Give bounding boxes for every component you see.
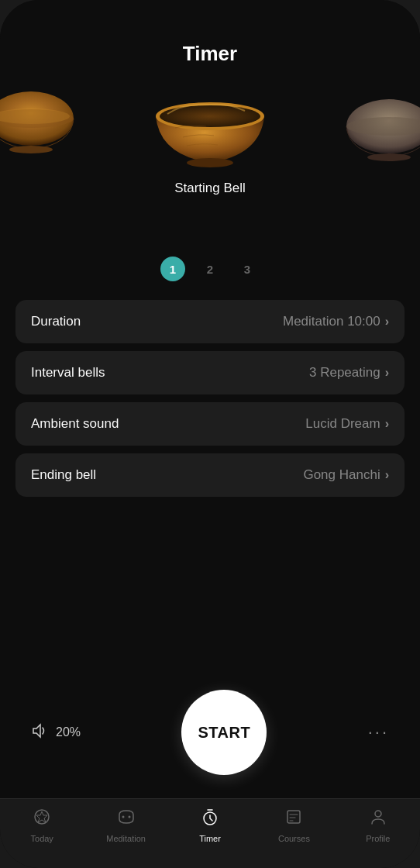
- bowl-center[interactable]: Starting Bell: [144, 81, 276, 196]
- setting-ending-bell-value: Gong Hanchi: [303, 467, 380, 483]
- tab-courses[interactable]: Courses: [252, 808, 336, 843]
- volume-label: 20%: [56, 725, 81, 739]
- volume-control[interactable]: 20%: [31, 723, 81, 742]
- tab-timer[interactable]: Timer: [168, 808, 252, 843]
- bowl-center-label: Starting Bell: [174, 181, 246, 196]
- status-bar: [0, 0, 420, 34]
- setting-ending-bell-label: Ending bell: [31, 467, 96, 483]
- bowl-center-svg: [144, 81, 276, 174]
- tab-today-label: Today: [31, 834, 53, 843]
- setting-ending-bell[interactable]: Ending bell Gong Hanchi ›: [15, 453, 405, 497]
- courses-icon: [284, 808, 303, 830]
- tab-meditation-label: Meditation: [106, 834, 146, 843]
- tab-profile[interactable]: Profile: [336, 808, 420, 843]
- setting-interval-label: Interval bells: [31, 365, 105, 381]
- bowl-left-svg: [0, 89, 77, 159]
- setting-interval-value-wrap: 3 Repeating ›: [309, 365, 389, 381]
- setting-duration[interactable]: Duration Meditation 10:00 ›: [15, 300, 405, 343]
- setting-ambient-value-wrap: Lucid Dream ›: [305, 416, 389, 432]
- svg-point-6: [187, 158, 233, 167]
- profile-icon: [369, 808, 387, 830]
- bowl-left[interactable]: [0, 89, 77, 159]
- tab-timer-label: Timer: [199, 834, 221, 843]
- settings-list: Duration Meditation 10:00 › Interval bel…: [0, 289, 420, 508]
- tab-courses-label: Courses: [278, 834, 310, 843]
- setting-ambient-value: Lucid Dream: [305, 416, 380, 432]
- setting-duration-value: Meditation 10:00: [283, 314, 380, 329]
- setting-duration-value-wrap: Meditation 10:00 ›: [283, 314, 389, 329]
- meditation-icon: [117, 808, 136, 830]
- bottom-controls-area: 20% START ··· Today: [0, 508, 420, 868]
- timer-icon: [201, 808, 219, 830]
- page-dot-3[interactable]: 3: [235, 257, 260, 281]
- today-icon: [33, 808, 51, 830]
- setting-ambient-label: Ambient sound: [31, 416, 119, 432]
- page-dot-2[interactable]: 2: [198, 257, 222, 281]
- bowl-right[interactable]: [343, 97, 420, 167]
- pagination: 1 2 3: [0, 244, 420, 289]
- setting-ambient-chevron: ›: [385, 417, 389, 431]
- svg-rect-14: [287, 811, 300, 823]
- page-title: Timer: [15, 42, 405, 66]
- start-button[interactable]: START: [181, 690, 267, 775]
- setting-ambient[interactable]: Ambient sound Lucid Dream ›: [15, 402, 405, 446]
- setting-interval-chevron: ›: [385, 366, 389, 380]
- tab-profile-label: Profile: [366, 834, 390, 843]
- tab-today[interactable]: Today: [0, 808, 84, 843]
- header: Timer: [0, 34, 420, 74]
- svg-point-5: [160, 105, 260, 127]
- volume-icon: [31, 723, 50, 742]
- svg-point-11: [122, 816, 124, 818]
- setting-duration-label: Duration: [31, 314, 81, 329]
- page-dot-1[interactable]: 1: [160, 257, 185, 281]
- tab-bar: Today Meditation: [0, 798, 420, 868]
- start-row: 20% START ···: [0, 690, 420, 775]
- svg-point-2: [9, 146, 53, 153]
- start-label: START: [198, 724, 251, 742]
- svg-point-15: [375, 811, 381, 817]
- setting-duration-chevron: ›: [385, 315, 389, 329]
- setting-interval-value: 3 Repeating: [309, 365, 380, 381]
- setting-interval[interactable]: Interval bells 3 Repeating ›: [15, 351, 405, 394]
- bowl-right-svg: [343, 97, 420, 167]
- phone-container: Timer: [0, 0, 420, 868]
- bowl-carousel: Starting Bell: [0, 74, 420, 244]
- svg-point-12: [128, 816, 130, 818]
- more-options-button[interactable]: ···: [368, 722, 389, 742]
- setting-ending-bell-value-wrap: Gong Hanchi ›: [303, 467, 389, 483]
- svg-point-9: [367, 153, 411, 161]
- setting-ending-bell-chevron: ›: [385, 468, 389, 482]
- tab-meditation[interactable]: Meditation: [84, 808, 167, 843]
